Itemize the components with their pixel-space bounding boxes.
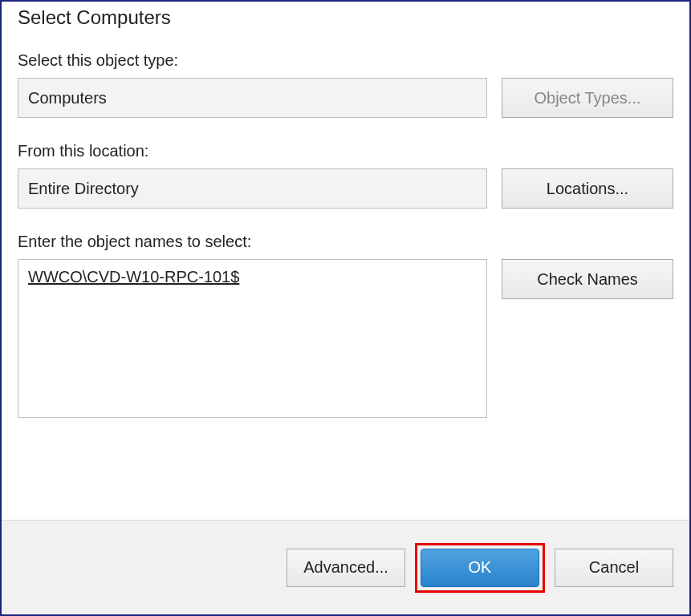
- dialog-content: Select Computers Select this object type…: [2, 2, 689, 520]
- names-label: Enter the object names to select:: [18, 233, 673, 251]
- cancel-button[interactable]: Cancel: [555, 549, 673, 587]
- locations-button[interactable]: Locations...: [502, 168, 673, 209]
- check-names-button[interactable]: Check Names: [502, 259, 673, 299]
- object-types-button[interactable]: Object Types...: [502, 78, 673, 118]
- object-type-row: Computers Object Types...: [18, 78, 673, 118]
- dialog-footer: Advanced... OK Cancel: [2, 520, 689, 614]
- select-computers-dialog: Select Computers Select this object type…: [0, 0, 691, 616]
- names-row: WWCO\CVD-W10-RPC-101$ Check Names: [18, 259, 673, 418]
- location-row: Entire Directory Locations...: [18, 168, 673, 209]
- ok-button[interactable]: OK: [421, 549, 539, 587]
- dialog-title: Select Computers: [18, 6, 673, 29]
- object-names-input[interactable]: WWCO\CVD-W10-RPC-101$: [18, 259, 487, 418]
- ok-highlight-box: OK: [415, 543, 545, 593]
- resolved-object-name: WWCO\CVD-W10-RPC-101$: [28, 268, 239, 286]
- object-type-field: Computers: [18, 78, 487, 118]
- advanced-button[interactable]: Advanced...: [287, 549, 405, 587]
- location-label: From this location:: [18, 142, 673, 160]
- location-field: Entire Directory: [18, 168, 487, 209]
- object-type-label: Select this object type:: [18, 51, 673, 70]
